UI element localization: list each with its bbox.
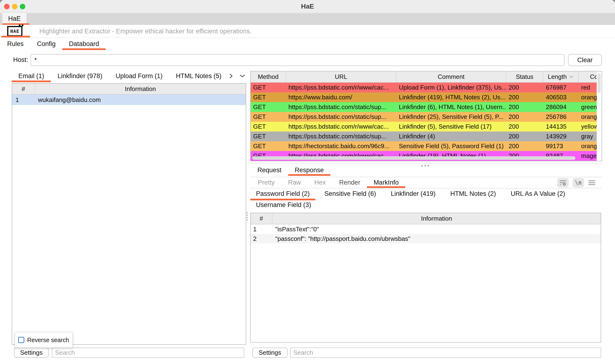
tab-linkfinder[interactable]: Linkfinder (978): [51, 70, 109, 82]
tab-upload-form[interactable]: Upload Form (1): [109, 70, 169, 82]
table-row[interactable]: GET https://hectorstatic.baidu.com/96c9.…: [251, 141, 602, 151]
cell-method: GET: [251, 112, 286, 122]
tab-hex[interactable]: Hex: [308, 177, 333, 188]
tab-config[interactable]: Config: [30, 38, 62, 50]
tab-databoard-label: Databoard: [69, 40, 99, 48]
tab-config-label: Config: [37, 40, 56, 48]
clear-button[interactable]: Clear: [568, 54, 602, 66]
vertical-splitter-drag-handle-icon[interactable]: [246, 212, 248, 222]
hae-window: HaE HaE Settings HAE: [0, 0, 615, 364]
tab-raw[interactable]: Raw: [281, 177, 308, 188]
tab-linkfinder-label: Linkfinder (978): [57, 72, 102, 80]
row-information: wukaifang@baidu.com: [35, 95, 246, 105]
column-header-length[interactable]: Length: [544, 71, 579, 82]
right-search-input[interactable]: [290, 348, 601, 358]
row-number: 1: [12, 95, 35, 105]
cell-length: 256786: [544, 112, 579, 122]
tab-sensitive-field[interactable]: Sensitive Field (6): [319, 189, 382, 200]
column-header-status[interactable]: Status: [506, 71, 544, 82]
cell-status: 200: [506, 141, 544, 151]
table-row[interactable]: GET https://www.baidu.com/ Linkfinder (4…: [251, 92, 602, 102]
hae-logo-icon: HAE: [7, 26, 22, 37]
tab-render[interactable]: Render: [333, 177, 367, 188]
horizontal-scrollbar-thumb[interactable]: [252, 156, 575, 160]
chevron-right-icon[interactable]: [228, 73, 234, 79]
wrap-lines-button[interactable]: [557, 178, 569, 187]
newline-icon: \n: [575, 179, 582, 186]
tab-pretty-label: Pretty: [258, 179, 275, 186]
cell-length: 99173: [544, 141, 579, 151]
tab-hae[interactable]: HaE: [2, 13, 27, 25]
tab-response[interactable]: Response: [288, 164, 331, 176]
tab-response-label: Response: [295, 167, 324, 174]
right-settings-button[interactable]: Settings: [252, 348, 287, 358]
tab-html-notes[interactable]: HTML Notes (5): [169, 70, 228, 82]
tab-username-field[interactable]: Username Field (3): [250, 200, 317, 211]
tab-password-field[interactable]: Password Field (2): [250, 189, 315, 200]
cell-status: 200: [506, 83, 544, 92]
panel-splitter[interactable]: [250, 163, 602, 163]
table-row[interactable]: 2 "passconf": "http://passport.baidu.com…: [251, 234, 601, 244]
sort-chevron-icon: [569, 75, 574, 79]
cell-url: https://www.baidu.com/: [286, 92, 396, 102]
cell-status: 200: [506, 131, 544, 141]
column-header-method[interactable]: Method: [251, 71, 286, 82]
tab-sensitive-field-label: Sensitive Field (6): [324, 190, 376, 197]
tab-request[interactable]: Request: [251, 164, 288, 176]
cell-comment: Sensitive Field (5), Password Field (1): [396, 141, 506, 151]
table-row[interactable]: GET https://pss.bdstatic.com/r/www/cac..…: [251, 83, 602, 92]
tab-hex-label: Hex: [314, 179, 326, 186]
table-row[interactable]: GET https://pss.bdstatic.com/static/sup.…: [251, 131, 602, 141]
tab-pretty[interactable]: Pretty: [251, 177, 281, 188]
column-header-information[interactable]: Information: [35, 84, 246, 94]
column-label: Length: [548, 73, 567, 80]
column-header-comment[interactable]: Comment: [396, 71, 506, 82]
tab-html-notes-mark[interactable]: HTML Notes (2): [445, 189, 502, 200]
cell-method: GET: [251, 131, 286, 141]
cell-comment: Linkfinder (419), HTML Notes (2), Us...: [396, 92, 506, 102]
cell-url: https://pss.bdstatic.com/r/www/cac...: [286, 122, 396, 131]
tab-linkfinder-mark-label: Linkfinder (419): [391, 190, 436, 197]
cell-status: 200: [506, 92, 544, 102]
tab-html-notes-mark-label: HTML Notes (2): [450, 190, 496, 197]
menu-icon[interactable]: [588, 179, 596, 186]
host-input[interactable]: [30, 54, 564, 66]
table-row[interactable]: 1 "isPassText":"0": [251, 224, 601, 234]
tab-rules[interactable]: Rules: [0, 38, 30, 50]
markinfo-table: # Information 1 "isPassText":"0" 2 "pass…: [250, 213, 601, 343]
tab-email[interactable]: Email (1): [12, 70, 51, 82]
left-settings-button[interactable]: Settings: [14, 348, 49, 358]
newline-toggle-button[interactable]: \n: [573, 178, 584, 187]
cell-method: GET: [251, 141, 286, 151]
column-header-num[interactable]: #: [251, 213, 272, 224]
tab-url-as-a-value[interactable]: URL As A Value (2): [505, 189, 571, 200]
tab-render-label: Render: [339, 179, 361, 186]
column-header-information[interactable]: Information: [272, 213, 601, 224]
cell-length: 143929: [544, 131, 579, 141]
table-row[interactable]: GET https://pss.bdstatic.com/static/sup.…: [251, 102, 602, 112]
host-bar: Host: Clear: [0, 50, 615, 70]
cell-length: 676987: [544, 83, 579, 92]
markinfo-tabs-row2: Username Field (3): [250, 200, 602, 211]
reverse-search-checkbox[interactable]: [18, 337, 24, 343]
cell-comment: Linkfinder (4): [396, 131, 506, 141]
cell-url: https://pss.bdstatic.com/static/sup...: [286, 112, 396, 122]
tab-raw-label: Raw: [288, 179, 301, 186]
cell-status: 200: [506, 122, 544, 131]
left-search-input[interactable]: [52, 348, 244, 358]
table-row[interactable]: 1 wukaifang@baidu.com: [12, 95, 246, 105]
tab-markinfo[interactable]: MarkInfo: [367, 177, 405, 188]
tab-linkfinder-mark[interactable]: Linkfinder (419): [385, 189, 441, 200]
table-row[interactable]: GET https://pss.bdstatic.com/static/sup.…: [251, 112, 602, 122]
column-header-url[interactable]: URL: [286, 71, 396, 82]
table-row[interactable]: GET https://pss.bdstatic.com/r/www/cac..…: [251, 122, 602, 131]
vertical-scrollbar-thumb[interactable]: [598, 73, 601, 93]
cell-method: GET: [251, 102, 286, 112]
tab-databoard[interactable]: Databoard: [62, 38, 106, 50]
chevron-down-icon[interactable]: [239, 73, 246, 79]
message-tabs: Request Response: [250, 164, 602, 176]
column-header-num[interactable]: #: [12, 84, 35, 94]
column-label: Comment: [438, 73, 465, 80]
tab-username-field-label: Username Field (3): [256, 201, 311, 209]
cell-method: GET: [251, 122, 286, 131]
